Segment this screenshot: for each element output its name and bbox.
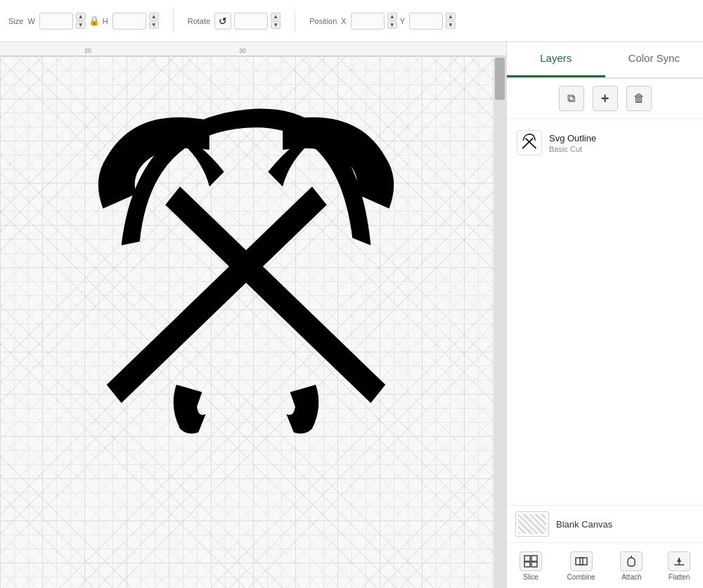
slice-label: Slice (523, 573, 538, 581)
width-spinner: ▲ ▼ (76, 13, 86, 29)
flatten-button[interactable]: Flatten (662, 549, 696, 584)
rotate-input[interactable] (234, 13, 268, 30)
svg-rect-1 (531, 556, 537, 561)
position-label: Position (309, 17, 337, 25)
rotate-group: Rotate ↺ ▲ ▼ (188, 13, 280, 30)
combine-label: Combine (567, 573, 595, 581)
divider-2 (295, 10, 295, 32)
svg-rect-5 (580, 558, 587, 565)
width-input[interactable] (39, 13, 73, 30)
lock-icon[interactable]: 🔒 (89, 15, 100, 27)
canvas-image[interactable] (56, 98, 436, 436)
height-spinner: ▲ ▼ (149, 13, 159, 29)
x-down[interactable]: ▼ (387, 21, 397, 29)
layer-list: Svg Outline Basic Cut (507, 119, 703, 505)
width-label: W (27, 17, 34, 25)
rotate-label: Rotate (188, 17, 210, 25)
delete-layer-button[interactable]: 🗑 (626, 86, 652, 111)
rotate-down[interactable]: ▼ (271, 21, 280, 29)
y-up[interactable]: ▲ (446, 13, 456, 20)
attach-button[interactable]: Attach (614, 549, 648, 584)
ruler-mark-30: 30 (239, 47, 246, 54)
ruler-mark-20: 20 (84, 47, 91, 54)
x-spinner: ▲ ▼ (387, 13, 397, 29)
divider-1 (173, 10, 174, 32)
y-spinner: ▲ ▼ (446, 13, 456, 29)
size-group: Size W ▲ ▼ 🔒 H ▲ ▼ (8, 13, 159, 30)
canvas-label-row: Blank Canvas (507, 505, 703, 542)
slice-icon (520, 551, 542, 571)
svg-rect-0 (524, 556, 530, 561)
scrollbar-vertical[interactable] (494, 56, 506, 588)
height-input[interactable] (112, 13, 146, 30)
combine-button[interactable]: Combine (562, 549, 601, 584)
x-up[interactable]: ▲ (387, 13, 397, 20)
x-input[interactable] (351, 13, 385, 30)
height-label: H (103, 17, 108, 25)
x-label: X (341, 17, 346, 25)
flatten-label: Flatten (669, 573, 690, 581)
right-panel: Layers Color Sync ⧉ + 🗑 (506, 42, 703, 588)
canvas-area: 20 30 (0, 42, 506, 588)
grid-canvas[interactable] (0, 56, 494, 588)
width-down[interactable]: ▼ (76, 21, 86, 29)
copy-layer-button[interactable]: ⧉ (559, 86, 584, 111)
attach-label: Attach (621, 573, 641, 581)
layer-info: Svg Outline Basic Cut (549, 133, 596, 153)
scrollbar-thumb[interactable] (495, 58, 505, 100)
rotate-spinner: ▲ ▼ (271, 13, 280, 29)
layer-item[interactable]: Svg Outline Basic Cut (512, 124, 697, 161)
position-group: Position X ▲ ▼ Y ▲ ▼ (309, 13, 456, 30)
width-up[interactable]: ▲ (76, 13, 86, 20)
tab-color-sync[interactable]: Color Sync (605, 44, 704, 77)
flatten-icon (668, 551, 690, 571)
height-up[interactable]: ▲ (149, 13, 159, 20)
slice-button[interactable]: Slice (514, 549, 548, 584)
canvas-swatch (515, 511, 549, 537)
y-label: Y (400, 17, 405, 25)
panel-tabs: Layers Color Sync (507, 42, 703, 79)
svg-rect-4 (576, 558, 583, 565)
main-area: 20 30 (0, 42, 703, 588)
svg-rect-3 (531, 562, 537, 567)
canvas-label: Blank Canvas (556, 519, 612, 530)
toolbar: Size W ▲ ▼ 🔒 H ▲ ▼ Rotate ↺ ▲ ▼ Position… (0, 0, 703, 42)
layer-thumbnail (517, 130, 542, 155)
y-down[interactable]: ▼ (446, 21, 456, 29)
svg-rect-2 (524, 562, 530, 567)
rotate-up[interactable]: ▲ (271, 13, 280, 20)
ruler-top: 20 30 (0, 42, 506, 56)
add-layer-button[interactable]: + (593, 86, 618, 111)
layer-type: Basic Cut (549, 145, 596, 153)
tab-layers[interactable]: Layers (507, 44, 605, 77)
combine-icon (570, 551, 593, 571)
rotate-icon[interactable]: ↺ (214, 13, 231, 30)
layer-name: Svg Outline (549, 133, 596, 143)
y-input[interactable] (409, 13, 443, 30)
bottom-actions: Slice Combine Attach (507, 542, 703, 588)
attach-icon (620, 551, 643, 571)
panel-toolbar: ⧉ + 🗑 (507, 79, 703, 119)
height-down[interactable]: ▼ (149, 21, 159, 29)
size-label: Size (8, 17, 23, 25)
